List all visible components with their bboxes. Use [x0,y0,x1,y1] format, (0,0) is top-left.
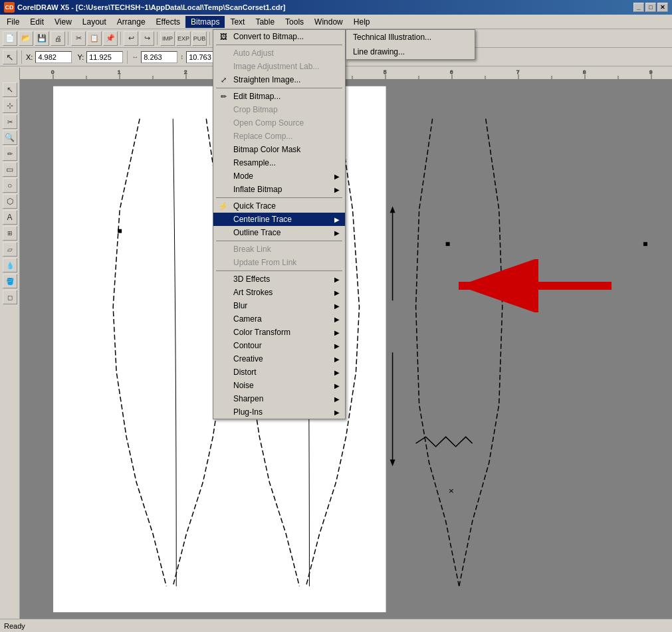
menu-layout[interactable]: Layout [77,16,112,28]
ellipse-tool-button[interactable]: ○ [3,178,17,193]
blur-arrow: ▶ [334,302,340,310]
publish-button[interactable]: PUB [192,31,207,46]
mode-label: Mode [233,171,253,181]
menu-file[interactable]: File [1,16,25,28]
menu-creative[interactable]: Creative ▶ [213,352,345,366]
blur-label: Blur [233,301,247,310]
text-tool-button[interactable]: A [3,210,17,225]
menu-straighten[interactable]: ⤢ Straighten Image... [213,73,345,86]
menu-quick-trace[interactable]: ⚡ Quick Trace [213,199,345,213]
plug-ins-arrow: ▶ [334,409,340,416]
convert-icon: 🖼 [217,31,229,43]
menu-resample[interactable]: Resample... [213,156,345,169]
minimize-button[interactable]: _ [633,3,644,12]
menu-3d-effects[interactable]: 3D Effects ▶ [213,272,345,286]
menu-color-transform[interactable]: Color Transform ▶ [213,326,345,339]
svg-text:2: 2 [184,69,187,75]
line-drawing-label: Line drawing... [353,47,405,56]
menu-bitmap-color-mask[interactable]: Bitmap Color Mask [213,143,345,156]
pointer-tool-tb[interactable]: ↖ [3,50,17,64]
menu-blur[interactable]: Blur ▶ [213,299,345,312]
svg-text:7: 7 [516,69,520,75]
cut-button[interactable]: ✂ [71,31,86,46]
redo-button[interactable]: ↪ [140,31,154,46]
menu-help[interactable]: Help [348,16,376,28]
menu-window[interactable]: Window [309,16,348,28]
menu-effects[interactable]: Effects [151,16,185,28]
title-bar: CD CorelDRAW X5 - [C:\Users\TECHSH~1\App… [0,0,672,15]
maximize-button[interactable]: □ [645,3,656,12]
zoom-tool-button[interactable]: 🔍 [3,130,17,145]
select-tool-button[interactable]: ↖ [3,82,17,97]
menu-open-comp: Open Comp Source [213,116,345,130]
art-strokes-label: Art Strokes [233,288,273,297]
freehand-tool-button[interactable]: ✏ [3,146,17,161]
app-icon: CD [4,2,15,13]
menu-mode[interactable]: Mode ▶ [213,169,345,183]
mode-arrow: ▶ [334,173,340,180]
menu-arrange[interactable]: Arrange [112,16,151,28]
menu-art-strokes[interactable]: Art Strokes ▶ [213,286,345,299]
dd-sep1 [216,45,342,45]
menu-plug-ins[interactable]: Plug-Ins ▶ [213,405,345,419]
paste-button[interactable]: 📌 [103,31,118,46]
menu-edit-bitmap[interactable]: ✏ Edit Bitmap... [213,90,345,103]
svg-text:5: 5 [384,69,387,75]
bitmaps-dropdown-menu: 🖼 Convert to Bitmap... Auto Adjust Image… [213,29,346,419]
canvas-drawing: × [20,80,672,619]
menu-text[interactable]: Text [225,16,250,28]
copy-button[interactable]: 📋 [87,31,102,46]
sharpen-label: Sharpen [233,394,263,403]
menu-centerline-trace[interactable]: Centerline Trace ▶ [213,213,345,226]
eyedropper-tool-button[interactable]: 💧 [3,258,17,272]
menu-noise[interactable]: Noise ▶ [213,379,345,392]
open-button[interactable]: 📂 [19,31,33,46]
new-button[interactable]: 📄 [3,31,17,46]
height-icon: ↕ [180,53,183,60]
tech-illus-label: Technical Illustration... [353,33,431,42]
export-button[interactable]: EXP [176,31,191,46]
undo-button[interactable]: ↩ [124,31,138,46]
shape-tool-button[interactable]: ▱ [3,242,17,257]
distort-label: Distort [233,368,257,377]
straighten-icon: ⤢ [217,74,229,86]
menu-tools[interactable]: Tools [280,16,309,28]
menu-line-drawing[interactable]: Line drawing... [346,45,475,59]
outline-tool-button[interactable]: ◻ [3,290,17,304]
fill-tool-button[interactable]: 🪣 [3,274,17,288]
contour-label: Contour [233,341,262,350]
x-input[interactable] [35,51,72,63]
sep-tb2 [21,51,22,64]
menu-table[interactable]: Table [250,16,280,28]
crop-tool-button[interactable]: ✂ [3,114,17,129]
noise-arrow: ▶ [334,382,340,389]
menu-bitmaps[interactable]: Bitmaps [185,16,225,28]
creative-label: Creative [233,354,263,364]
image-adj-label: Image Adjustment Lab... [233,62,319,71]
menu-technical-illustration[interactable]: Technical Illustration... [346,30,475,45]
menu-edit[interactable]: Edit [25,16,49,28]
node-tool-button[interactable]: ⊹ [3,98,17,113]
print-button[interactable]: 🖨 [51,31,65,46]
menu-convert-to-bitmap[interactable]: 🖼 Convert to Bitmap... [213,30,345,43]
menu-sharpen[interactable]: Sharpen ▶ [213,392,345,405]
y-input[interactable] [86,51,123,63]
menu-contour[interactable]: Contour ▶ [213,339,345,352]
width-input[interactable] [141,51,177,63]
menu-update-link: Update From Link [213,256,345,269]
polygon-tool-button[interactable]: ⬡ [3,194,17,209]
menu-inflate[interactable]: Inflate Bitmap ▶ [213,183,345,196]
open-comp-label: Open Comp Source [233,118,304,128]
table-tool-button[interactable]: ⊞ [3,226,17,241]
menu-outline-trace[interactable]: Outline Trace ▶ [213,226,345,239]
svg-rect-50 [118,229,122,233]
menu-view[interactable]: View [49,16,77,28]
menu-distort[interactable]: Distort ▶ [213,366,345,379]
rectangle-tool-button[interactable]: ▭ [3,162,17,177]
import-button[interactable]: IMP [160,31,175,46]
close-button[interactable]: ✕ [657,3,668,12]
save-button[interactable]: 💾 [35,31,49,46]
menu-camera[interactable]: Camera ▶ [213,312,345,326]
canvas-area[interactable]: × [20,80,672,619]
menu-bar: File Edit View Layout Arrange Effects Bi… [0,15,672,29]
